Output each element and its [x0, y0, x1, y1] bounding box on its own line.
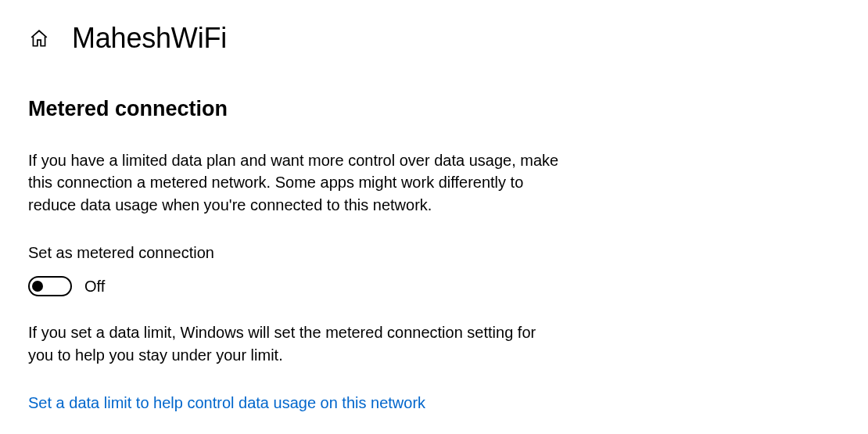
metered-toggle-switch[interactable] [28, 276, 72, 296]
toggle-state-text: Off [84, 278, 105, 296]
section-description: If you have a limited data plan and want… [28, 149, 560, 216]
section-heading: Metered connection [28, 97, 840, 121]
page-header: MaheshWiFi [28, 22, 840, 55]
toggle-label: Set as metered connection [28, 244, 840, 262]
set-data-limit-link[interactable]: Set a data limit to help control data us… [28, 394, 425, 411]
page-title: MaheshWiFi [72, 22, 227, 55]
info-text: If you set a data limit, Windows will se… [28, 321, 560, 366]
home-icon[interactable] [28, 27, 50, 49]
toggle-row: Off [28, 276, 840, 296]
toggle-knob [32, 281, 43, 292]
